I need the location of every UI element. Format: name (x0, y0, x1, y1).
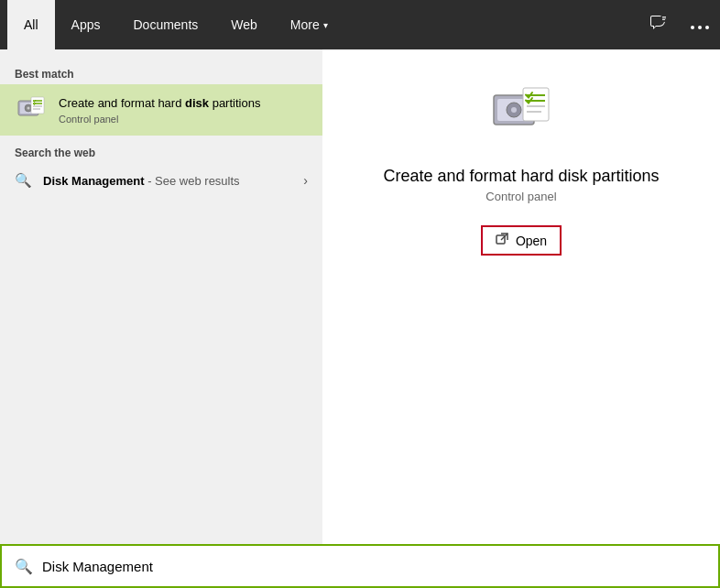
arrow-right-icon: › (303, 173, 308, 188)
svg-rect-8 (31, 97, 44, 114)
top-nav: All Apps Documents Web More ▾ (0, 0, 720, 49)
tab-documents[interactable]: Documents (116, 0, 214, 49)
svg-point-7 (27, 107, 30, 110)
nav-actions (647, 10, 713, 39)
tab-web[interactable]: Web (214, 0, 274, 49)
svg-point-2 (698, 26, 702, 29)
tab-more[interactable]: More ▾ (274, 0, 344, 49)
detail-icon (485, 77, 558, 150)
search-icon: 🔍 (15, 172, 32, 189)
web-search-text: Disk Management - See web results (43, 174, 292, 188)
detail-title: Create and format hard disk partitions (383, 167, 659, 186)
search-bar: 🔍 (0, 544, 720, 588)
right-panel: Create and format hard disk partitions C… (322, 49, 720, 544)
open-label: Open (516, 234, 547, 248)
svg-point-1 (691, 26, 694, 29)
more-options-icon[interactable] (687, 13, 713, 37)
tab-all[interactable]: All (7, 0, 55, 49)
search-input[interactable] (42, 559, 705, 574)
feedback-icon[interactable] (647, 10, 672, 39)
svg-rect-17 (523, 88, 549, 121)
svg-point-16 (511, 107, 517, 113)
best-match-title: Create and format hard disk partitions (59, 95, 308, 112)
disk-partitions-icon (15, 93, 48, 126)
open-icon (496, 233, 508, 248)
left-panel: Best match (0, 49, 322, 544)
best-match-label: Best match (0, 60, 322, 84)
web-search-label: Search the web (0, 139, 322, 163)
main-content: Best match (0, 49, 720, 544)
web-search-item[interactable]: 🔍 Disk Management - See web results › (0, 163, 322, 198)
left-empty-area (0, 198, 322, 544)
best-match-item[interactable]: Create and format hard disk partitions C… (0, 84, 322, 136)
tab-apps[interactable]: Apps (55, 0, 117, 49)
best-match-text: Create and format hard disk partitions C… (59, 95, 308, 125)
best-match-subtitle: Control panel (59, 114, 308, 125)
detail-subtitle: Control panel (485, 190, 556, 203)
chevron-down-icon: ▾ (323, 20, 328, 30)
open-button[interactable]: Open (481, 225, 562, 256)
search-bar-icon: 🔍 (15, 558, 33, 575)
svg-point-3 (705, 26, 709, 29)
